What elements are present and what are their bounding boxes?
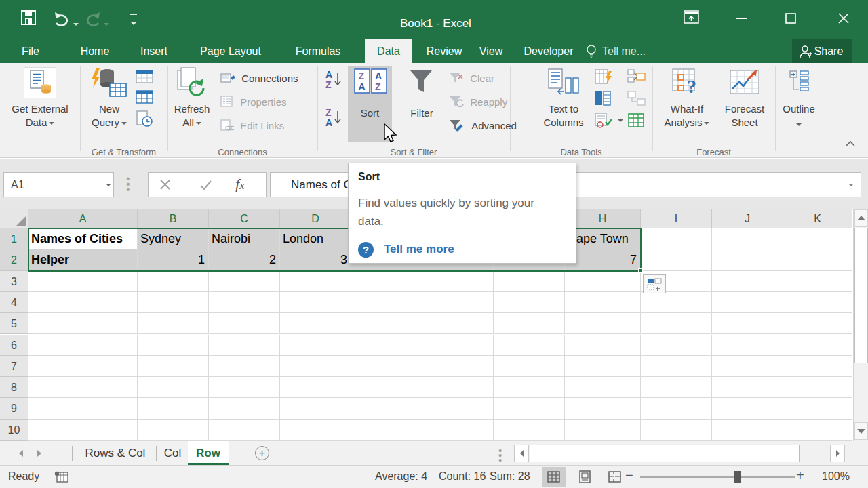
zoom-out-button[interactable]: − [625,468,633,483]
tab-tellme[interactable]: Tell me... [602,39,646,63]
cell-I9[interactable] [641,398,712,419]
tabbar-resize-handle[interactable]: ••• [498,448,502,462]
cell-C10[interactable] [209,420,280,441]
ribbon-tab-insert[interactable]: Insert [123,39,184,63]
select-all-corner[interactable] [0,209,28,228]
sheet-tab-row[interactable]: Row [188,441,229,465]
formula-expand-caret[interactable] [848,184,854,186]
new-sheet-button[interactable]: + [255,446,269,460]
zoom-in-button[interactable]: + [796,468,804,483]
qat-customize-button[interactable] [130,14,137,29]
cell-F8[interactable] [422,377,494,398]
sheet-tab-rows-col[interactable]: Rows & Col [76,441,155,465]
cell-D6[interactable] [280,335,351,356]
row-header-2[interactable]: 2 [0,249,28,270]
cell-B3[interactable] [138,271,209,292]
show-queries-icon[interactable] [136,70,153,85]
cell-K5[interactable] [783,313,852,334]
cell-K4[interactable] [783,292,852,313]
name-box-caret[interactable] [106,184,111,186]
cell-D5[interactable] [280,313,351,334]
cell-E7[interactable] [351,356,422,377]
scroll-left-button[interactable] [514,445,529,462]
cell-I8[interactable] [641,377,712,398]
formula-bar-splitter[interactable]: ••• [126,176,129,192]
cell-C2[interactable]: 2 [209,249,280,270]
cell-E4[interactable] [351,292,422,313]
consolidate-icon[interactable] [627,69,646,85]
tell-me-more-link[interactable]: Tell me more [384,243,454,256]
save-icon[interactable] [21,10,37,26]
cell-H6[interactable] [565,335,641,356]
cell-I10[interactable] [641,420,712,441]
cell-B7[interactable] [138,356,209,377]
row-header-5[interactable]: 5 [0,313,28,334]
cell-K9[interactable] [783,398,852,419]
sheet-nav-prev-icon[interactable] [17,449,25,458]
row-header-7[interactable]: 7 [0,356,28,377]
cell-J8[interactable] [712,377,783,398]
scroll-up-button[interactable] [854,209,868,227]
cell-K6[interactable] [783,335,852,356]
cell-H10[interactable] [565,420,641,441]
sheet-nav-next-icon[interactable] [35,449,43,458]
cell-J10[interactable] [712,420,783,441]
cell-K2[interactable] [783,249,852,270]
advanced-filter-button[interactable]: Advanced [449,119,517,132]
cell-G4[interactable] [494,292,565,313]
cell-I7[interactable] [641,356,712,377]
cell-C5[interactable] [209,313,280,334]
share-button[interactable]: Share [792,39,852,63]
cell-E3[interactable] [351,271,422,292]
cell-J1[interactable] [712,228,783,249]
data-validation-caret[interactable] [618,119,623,122]
cell-F7[interactable] [422,356,494,377]
cell-G7[interactable] [494,356,565,377]
view-page-break-button[interactable] [604,467,627,487]
row-header-1[interactable]: 1 [0,228,28,249]
autofill-options-button[interactable] [643,274,666,293]
cell-H3[interactable] [565,271,641,292]
name-box[interactable]: A1 [3,172,114,197]
view-normal-button[interactable] [542,467,566,487]
ribbon-display-options-button[interactable] [684,10,699,24]
cell-D3[interactable] [280,271,351,292]
close-button[interactable] [838,13,850,24]
zoom-slider-handle[interactable] [734,471,741,483]
sort-az-button[interactable]: A Z [325,68,348,93]
cell-A9[interactable] [28,398,138,419]
zoom-level[interactable]: 100% [822,470,850,483]
column-header-B[interactable]: B [138,209,209,228]
cell-K3[interactable] [783,271,852,292]
cell-G3[interactable] [494,271,565,292]
row-header-10[interactable]: 10 [0,420,28,441]
cell-C1[interactable]: Nairobi [209,228,280,249]
cell-B4[interactable] [138,292,209,313]
cell-B9[interactable] [138,398,209,419]
row-header-4[interactable]: 4 [0,292,28,313]
column-header-A[interactable]: A [28,209,138,228]
cell-G10[interactable] [494,420,565,441]
cell-J3[interactable] [712,271,783,292]
clear-filter-button[interactable]: Clear [449,71,494,84]
cell-I6[interactable] [641,335,712,356]
scroll-down-button[interactable] [854,422,868,440]
relationships-icon[interactable] [627,91,646,107]
reapply-filter-button[interactable]: Reapply [449,95,507,108]
cell-D2[interactable]: 3 [280,249,351,270]
cell-B6[interactable] [138,335,209,356]
cell-A6[interactable] [28,335,138,356]
cell-C3[interactable] [209,271,280,292]
cell-F9[interactable] [422,398,494,419]
manage-data-model-icon[interactable] [627,113,646,129]
remove-duplicates-icon[interactable] [595,91,614,107]
cell-D10[interactable] [280,420,351,441]
cell-J9[interactable] [712,398,783,419]
data-validation-icon[interactable] [595,113,614,129]
cell-F10[interactable] [422,420,494,441]
cell-A5[interactable] [28,313,138,334]
cell-F4[interactable] [422,292,494,313]
properties-button[interactable]: Properties [220,95,287,108]
cell-D9[interactable] [280,398,351,419]
row-header-8[interactable]: 8 [0,377,28,398]
